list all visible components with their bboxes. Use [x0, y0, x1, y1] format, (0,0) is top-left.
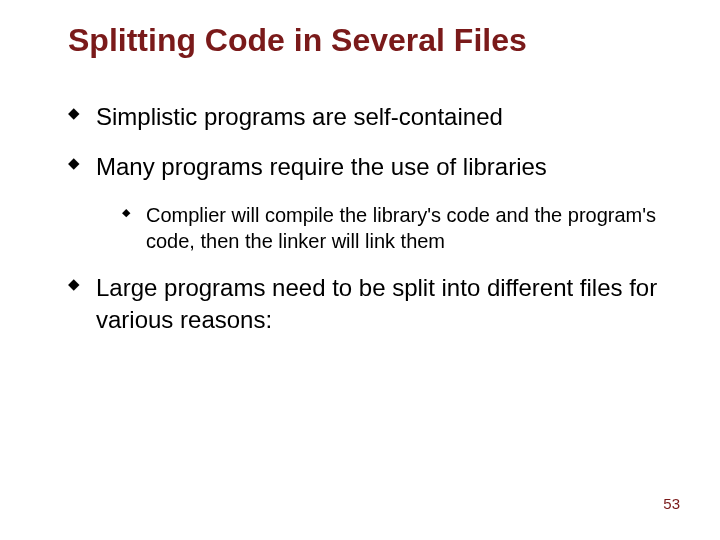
- bullet-list: Simplistic programs are self-contained M…: [68, 101, 670, 337]
- bullet-item: Large programs need to be split into dif…: [68, 272, 670, 337]
- bullet-text: Simplistic programs are self-contained: [96, 103, 503, 130]
- bullet-item: Simplistic programs are self-contained: [68, 101, 670, 133]
- slide-title: Splitting Code in Several Files: [68, 22, 670, 59]
- sub-bullet-text: Complier will compile the library's code…: [146, 204, 656, 252]
- page-number: 53: [663, 495, 680, 512]
- bullet-item: Many programs require the use of librari…: [68, 151, 670, 183]
- sub-bullet-item: Complier will compile the library's code…: [122, 202, 670, 254]
- bullet-text: Large programs need to be split into dif…: [96, 274, 657, 333]
- bullet-text: Many programs require the use of librari…: [96, 153, 547, 180]
- slide: Splitting Code in Several Files Simplist…: [0, 0, 720, 540]
